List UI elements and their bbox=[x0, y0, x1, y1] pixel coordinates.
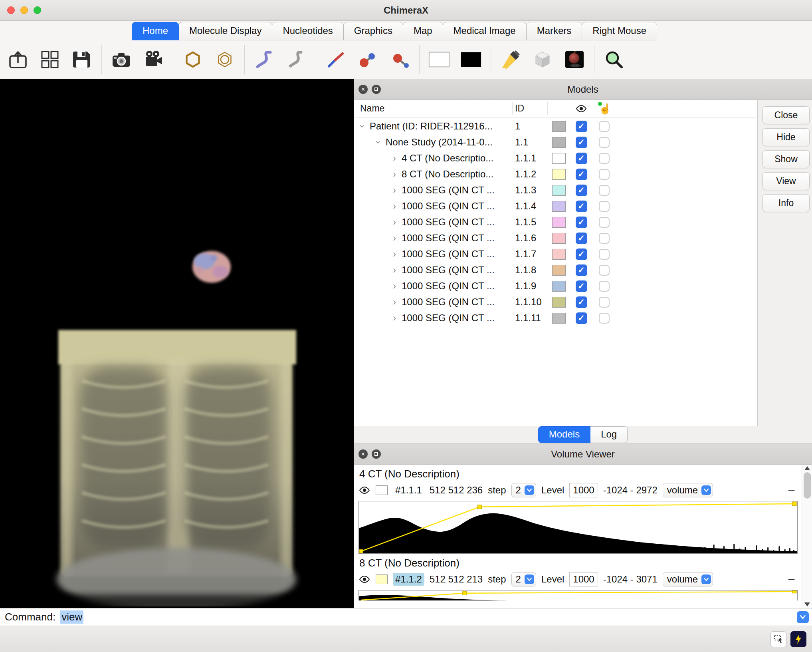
select-checkbox[interactable] bbox=[599, 201, 610, 212]
model-row[interactable]: ›1000 SEG (QIN CT ...1.1.10✓ bbox=[354, 294, 757, 310]
show-button[interactable]: Show bbox=[762, 150, 810, 168]
collapse-entry-button[interactable]: − bbox=[788, 484, 795, 497]
color-swatch[interactable] bbox=[376, 574, 388, 584]
model-row[interactable]: ›1000 SEG (QIN CT ...1.1.9✓ bbox=[354, 278, 757, 294]
graphics-viewport[interactable] bbox=[0, 79, 354, 608]
color-swatch[interactable] bbox=[552, 137, 566, 148]
chevron-collapsed-icon[interactable]: › bbox=[390, 280, 399, 292]
color-swatch[interactable] bbox=[552, 233, 566, 244]
step-select[interactable]: 2 bbox=[511, 483, 536, 497]
sphere-style-icon[interactable] bbox=[388, 48, 411, 71]
color-swatch[interactable] bbox=[552, 249, 566, 260]
select-checkbox[interactable] bbox=[599, 217, 610, 228]
shown-checkbox[interactable]: ✓ bbox=[576, 153, 587, 164]
style-select[interactable]: volume bbox=[663, 483, 713, 497]
chevron-collapsed-icon[interactable]: › bbox=[390, 201, 399, 212]
color-swatch[interactable] bbox=[552, 281, 566, 292]
model-row[interactable]: ›1000 SEG (QIN CT ...1.1.8✓ bbox=[354, 262, 757, 278]
chevron-collapsed-icon[interactable]: › bbox=[390, 248, 399, 260]
tab-log[interactable]: Log bbox=[590, 426, 628, 443]
column-name[interactable]: Name bbox=[354, 102, 513, 115]
chevron-collapsed-icon[interactable]: › bbox=[390, 264, 399, 276]
close-panel-icon[interactable]: × bbox=[358, 449, 368, 459]
select-checkbox[interactable] bbox=[599, 281, 610, 292]
command-input[interactable]: view bbox=[60, 608, 794, 626]
snapshot-camera-icon[interactable] bbox=[110, 48, 133, 71]
zoom-icon[interactable] bbox=[602, 48, 626, 71]
eye-icon[interactable] bbox=[358, 486, 370, 494]
volume-viewer-scrollbar[interactable] bbox=[802, 465, 812, 608]
shown-checkbox[interactable]: ✓ bbox=[576, 137, 587, 148]
shown-checkbox[interactable]: ✓ bbox=[576, 201, 587, 212]
model-row[interactable]: ›1000 SEG (QIN CT ...1.1.7✓ bbox=[354, 246, 757, 262]
full-lighting-icon[interactable] bbox=[563, 48, 586, 71]
white-background-icon[interactable] bbox=[428, 48, 451, 71]
tab-graphics[interactable]: Graphics bbox=[343, 22, 403, 40]
collapse-entry-button[interactable]: − bbox=[788, 573, 795, 586]
save-session-icon[interactable] bbox=[70, 48, 93, 71]
shown-checkbox[interactable]: ✓ bbox=[576, 264, 587, 276]
tab-map[interactable]: Map bbox=[403, 22, 443, 40]
color-swatch[interactable] bbox=[552, 169, 566, 180]
model-row[interactable]: ›1000 SEG (QIN CT ...1.1.6✓ bbox=[354, 230, 757, 246]
shortcut-mode-button[interactable] bbox=[790, 631, 806, 647]
float-panel-icon[interactable] bbox=[372, 85, 381, 94]
color-swatch[interactable] bbox=[552, 121, 566, 132]
scroll-up-icon[interactable] bbox=[804, 466, 810, 470]
level-input[interactable]: 1000 bbox=[569, 572, 598, 586]
shown-checkbox[interactable]: ✓ bbox=[576, 169, 587, 180]
model-row[interactable]: ›4 CT (No Descriptio...1.1.1✓ bbox=[354, 150, 757, 166]
tab-models[interactable]: Models bbox=[538, 426, 590, 443]
model-row[interactable]: ›1000 SEG (QIN CT ...1.1.5✓ bbox=[354, 214, 757, 230]
select-checkbox[interactable] bbox=[599, 297, 610, 308]
step-select[interactable]: 2 bbox=[511, 572, 536, 586]
column-id[interactable]: ID bbox=[513, 102, 548, 115]
scroll-down-icon[interactable] bbox=[804, 602, 810, 606]
tab-nucleotides[interactable]: Nucleotides bbox=[272, 22, 343, 40]
select-checkbox[interactable] bbox=[599, 121, 610, 132]
scrollbar-thumb[interactable] bbox=[804, 472, 811, 499]
close-button[interactable]: Close bbox=[762, 106, 810, 124]
tab-medical-image[interactable]: Medical Image bbox=[443, 22, 527, 40]
cartoon-round-icon[interactable] bbox=[253, 48, 276, 71]
chevron-expanded-icon[interactable]: › bbox=[373, 137, 384, 147]
hide-button[interactable]: Hide bbox=[762, 128, 810, 146]
shown-checkbox[interactable]: ✓ bbox=[576, 121, 587, 132]
zoom-window-button[interactable] bbox=[34, 6, 41, 14]
benzene-thick-icon[interactable] bbox=[181, 48, 204, 71]
black-background-icon[interactable] bbox=[459, 48, 483, 71]
chevron-collapsed-icon[interactable]: › bbox=[390, 185, 399, 196]
chevron-collapsed-icon[interactable]: › bbox=[390, 153, 399, 164]
open-file-icon[interactable] bbox=[6, 48, 30, 71]
select-checkbox[interactable] bbox=[599, 313, 610, 324]
chevron-collapsed-icon[interactable]: › bbox=[390, 169, 399, 180]
color-swatch[interactable] bbox=[552, 201, 566, 212]
shown-checkbox[interactable]: ✓ bbox=[576, 280, 587, 292]
tab-home[interactable]: Home bbox=[132, 22, 179, 40]
color-swatch[interactable] bbox=[552, 297, 566, 308]
info-button[interactable]: Info bbox=[762, 194, 810, 212]
tab-markers[interactable]: Markers bbox=[526, 22, 582, 40]
record-movie-icon[interactable] bbox=[142, 48, 165, 71]
select-checkbox[interactable] bbox=[599, 137, 610, 148]
color-swatch[interactable] bbox=[552, 265, 566, 276]
soft-lighting-icon[interactable] bbox=[531, 48, 554, 71]
chevron-collapsed-icon[interactable]: › bbox=[390, 312, 399, 324]
shown-checkbox[interactable]: ✓ bbox=[576, 296, 587, 308]
select-checkbox[interactable] bbox=[599, 265, 610, 276]
chevron-expanded-icon[interactable]: › bbox=[357, 121, 368, 131]
benzene-thin-icon[interactable] bbox=[213, 48, 236, 71]
select-checkbox[interactable] bbox=[599, 249, 610, 260]
color-swatch[interactable] bbox=[552, 153, 566, 164]
chevron-collapsed-icon[interactable]: › bbox=[390, 296, 399, 308]
model-row[interactable]: ›8 CT (No Descriptio...1.1.2✓ bbox=[354, 166, 757, 182]
select-checkbox[interactable] bbox=[599, 185, 610, 196]
tile-windows-icon[interactable] bbox=[38, 48, 61, 71]
command-history-dropdown[interactable] bbox=[797, 611, 809, 623]
ball-and-stick-style-icon[interactable] bbox=[356, 48, 379, 71]
color-swatch[interactable] bbox=[376, 485, 388, 495]
close-window-button[interactable] bbox=[7, 6, 15, 14]
shown-checkbox[interactable]: ✓ bbox=[576, 233, 587, 244]
histogram[interactable] bbox=[358, 501, 798, 554]
model-row[interactable]: ›1000 SEG (QIN CT ...1.1.4✓ bbox=[354, 198, 757, 214]
